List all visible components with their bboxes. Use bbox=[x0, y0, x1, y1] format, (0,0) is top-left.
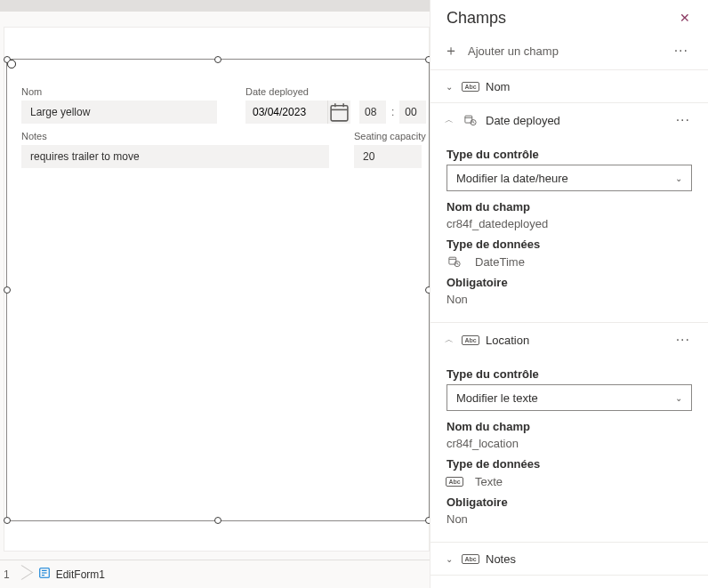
fieldname-label: Nom du champ bbox=[447, 200, 692, 213]
datatype-label: Type de données bbox=[447, 457, 692, 471]
canvas-area: Nom Date deployed : Notes Seating capaci… bbox=[0, 12, 430, 588]
hour-input[interactable] bbox=[359, 101, 386, 124]
fields-panel: Champs ✕ ＋ Ajouter un champ ··· ⌄ Abc No… bbox=[430, 0, 708, 588]
breadcrumb-prev-suffix: 1 bbox=[0, 568, 10, 581]
fieldname-label: Nom du champ bbox=[447, 420, 692, 433]
svg-rect-13 bbox=[449, 257, 456, 264]
notes-input[interactable] bbox=[21, 145, 329, 168]
field-header-location[interactable]: ︿ Abc Location ··· bbox=[430, 323, 708, 357]
breadcrumb-editform[interactable]: EditForm1 bbox=[29, 567, 114, 582]
seating-label: Seating capacity bbox=[354, 131, 426, 141]
more-icon[interactable]: ··· bbox=[671, 112, 696, 128]
control-type-dropdown[interactable]: Modifier la date/heure ⌄ bbox=[447, 165, 692, 191]
chevron-down-icon: ⌄ bbox=[675, 393, 682, 403]
dropdown-value: Modifier le texte bbox=[456, 391, 538, 405]
field-card-location: ︿ Abc Location ··· Type du contrôle Modi… bbox=[430, 323, 708, 543]
nom-label: Nom bbox=[21, 86, 42, 97]
fields-list[interactable]: ⌄ Abc Nom ︿ Date deployed ··· Type du co… bbox=[430, 70, 708, 588]
required-value: Non bbox=[447, 512, 692, 526]
chevron-down-icon: ⌄ bbox=[675, 173, 682, 183]
field-header-nom[interactable]: ⌄ Abc Nom bbox=[430, 70, 708, 102]
form-icon bbox=[38, 567, 51, 582]
resize-handle[interactable] bbox=[4, 286, 11, 294]
close-icon[interactable]: ✕ bbox=[676, 7, 694, 28]
date-deployed-group: : bbox=[245, 101, 426, 124]
svg-rect-8 bbox=[465, 116, 472, 123]
field-card-date: ︿ Date deployed ··· Type du contrôle Mod… bbox=[430, 103, 708, 323]
text-type-icon: Abc bbox=[447, 474, 463, 488]
breadcrumb-label: EditForm1 bbox=[56, 568, 105, 581]
dropdown-value: Modifier la date/heure bbox=[456, 172, 568, 185]
field-name-label: Notes bbox=[486, 552, 696, 566]
add-field-row[interactable]: ＋ Ajouter un champ ··· bbox=[430, 34, 708, 70]
more-icon[interactable]: ··· bbox=[669, 43, 694, 59]
nom-input[interactable] bbox=[21, 101, 217, 124]
text-type-icon: Abc bbox=[463, 333, 479, 347]
required-value: Non bbox=[447, 293, 692, 306]
seating-input[interactable] bbox=[354, 145, 422, 168]
field-name-label: Date deployed bbox=[486, 114, 671, 127]
svg-line-12 bbox=[473, 123, 474, 124]
datetime-type-icon bbox=[447, 254, 463, 269]
breadcrumb-bar: 1 EditForm1 bbox=[0, 560, 430, 588]
control-type-label: Type du contrôle bbox=[447, 367, 692, 381]
required-label: Obligatoire bbox=[447, 495, 692, 509]
panel-header: Champs ✕ bbox=[430, 0, 708, 34]
date-label: Date deployed bbox=[245, 86, 309, 97]
field-header-notes[interactable]: ⌄ Abc Notes bbox=[430, 543, 708, 575]
panel-title: Champs bbox=[447, 9, 506, 28]
time-separator: : bbox=[391, 106, 394, 118]
field-body-location: Type du contrôle Modifier le texte ⌄ Nom… bbox=[430, 357, 708, 542]
notes-label: Notes bbox=[21, 131, 47, 141]
svg-rect-0 bbox=[331, 105, 348, 120]
control-type-label: Type du contrôle bbox=[447, 148, 692, 161]
resize-handle[interactable] bbox=[214, 517, 221, 524]
datatype-value: DateTime bbox=[447, 254, 692, 269]
resize-handle[interactable] bbox=[214, 56, 221, 63]
resize-handle[interactable] bbox=[4, 56, 11, 63]
field-name-label: Nom bbox=[486, 80, 696, 93]
calendar-icon[interactable] bbox=[327, 101, 350, 124]
breadcrumb-separator-icon bbox=[10, 560, 29, 589]
add-field-label: Ajouter un champ bbox=[468, 44, 669, 58]
field-body-date: Type du contrôle Modifier la date/heure … bbox=[430, 137, 708, 322]
chevron-up-icon: ︿ bbox=[443, 114, 455, 126]
datatype-label: Type de données bbox=[447, 238, 692, 251]
text-type-icon: Abc bbox=[463, 79, 479, 93]
text-type-icon: Abc bbox=[463, 552, 479, 566]
fieldname-value: cr84f_location bbox=[447, 437, 692, 450]
svg-line-17 bbox=[457, 264, 458, 265]
datatype-value: Abc Texte bbox=[447, 474, 692, 488]
field-card-notes: ⌄ Abc Notes bbox=[430, 543, 708, 576]
field-header-date[interactable]: ︿ Date deployed ··· bbox=[430, 103, 708, 137]
more-icon[interactable]: ··· bbox=[671, 332, 696, 348]
resize-handle[interactable] bbox=[4, 517, 11, 524]
field-name-label: Location bbox=[486, 334, 671, 347]
control-type-dropdown[interactable]: Modifier le texte ⌄ bbox=[447, 384, 692, 411]
required-label: Obligatoire bbox=[447, 276, 692, 289]
datetime-type-icon bbox=[463, 113, 479, 127]
plus-icon: ＋ bbox=[443, 43, 459, 59]
field-card-nom: ⌄ Abc Nom bbox=[430, 70, 708, 103]
minute-input[interactable] bbox=[399, 101, 426, 124]
chevron-down-icon: ⌄ bbox=[443, 554, 455, 564]
date-input[interactable] bbox=[245, 101, 327, 124]
fieldname-value: cr84f_datedeployed bbox=[447, 217, 692, 230]
chevron-up-icon: ︿ bbox=[443, 334, 455, 346]
editform-selection[interactable]: Nom Date deployed : Notes Seating capaci… bbox=[7, 60, 429, 520]
chevron-down-icon: ⌄ bbox=[443, 82, 455, 92]
